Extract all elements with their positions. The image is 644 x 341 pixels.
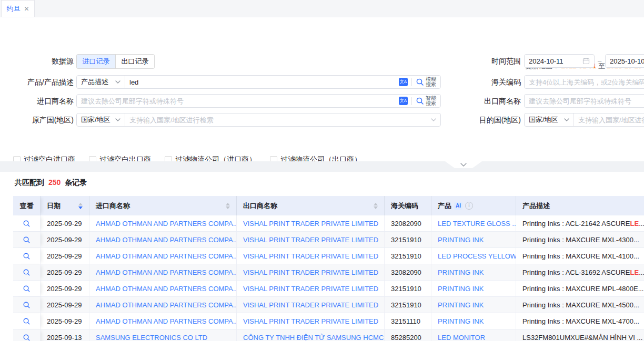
product-link[interactable]: PRINTING INK: [431, 281, 516, 296]
table-row: 2025-09-29 AHMAD OTHMAN AND PARTNERS COM…: [13, 313, 644, 329]
importer-link[interactable]: AHMAD OTHMAN AND PARTNERS COMPA...: [89, 264, 237, 280]
importer-link[interactable]: AHMAD OTHMAN AND PARTNERS COMPA...: [89, 297, 237, 313]
search-form: 更新范围： 2012-01-01 至 2025-10-10 数据源 进口记录 出…: [0, 17, 644, 161]
chevron-down-icon[interactable]: [431, 118, 436, 121]
exporter-link[interactable]: VISHAL PRINT TRADER PRIVATE LIMITED: [237, 232, 385, 247]
importer-label: 进口商名称: [0, 94, 74, 108]
view-search-icon[interactable]: [23, 268, 31, 276]
view-cell: [13, 232, 41, 247]
date-start-input[interactable]: 2024-10-11: [524, 54, 595, 68]
exporter-field: [524, 94, 644, 108]
destination-select-value: 国家/地区: [529, 115, 558, 125]
fuzzy-search-label-2: 搜索: [426, 81, 436, 87]
tab-label: 约旦: [6, 4, 20, 14]
sort-date-button[interactable]: [74, 203, 83, 209]
view-search-icon[interactable]: [23, 220, 31, 228]
hs-code-field: [524, 75, 644, 89]
calendar-icon: [582, 57, 590, 65]
description-cell: LS32FM801UMXUE#&MÀN HÌNH VI ...: [516, 329, 644, 341]
hs-code-cell: 85285200: [385, 329, 431, 341]
origin-country-select[interactable]: 国家/地区: [77, 113, 125, 126]
view-search-icon[interactable]: [23, 285, 31, 293]
product-input[interactable]: [125, 76, 399, 88]
product-link[interactable]: PRINTING INK: [431, 297, 516, 313]
hs-code-cell: 32151910: [385, 297, 431, 313]
importer-link[interactable]: SAMSUNG ELECTRONICS CO LTD: [89, 329, 237, 341]
product-type-value: 产品描述: [81, 77, 108, 87]
view-cell: [13, 215, 41, 231]
tab-import-records[interactable]: 进口记录: [77, 55, 115, 68]
exporter-link[interactable]: VISHAL PRINT TRADER PRIVATE LIMITED: [237, 264, 385, 280]
sort-importer-button[interactable]: [222, 203, 230, 209]
view-cell: [13, 264, 41, 280]
info-icon[interactable]: i: [465, 202, 473, 210]
importer-field: 文A 智能搜索: [76, 94, 441, 108]
search-icon: [416, 97, 424, 105]
view-search-icon[interactable]: [23, 334, 31, 341]
exporter-link[interactable]: CÔNG TY TNHH ĐIỆN TỬ SAMSUNG HCMC...: [237, 329, 385, 341]
destination-country-field: 国家/地区: [524, 113, 644, 127]
data-source-label: 数据源: [0, 54, 74, 68]
product-label: 产品/产品描述: [0, 75, 74, 89]
description-cell: Printing Inks : MAXCURE MXL-4300...: [516, 232, 644, 247]
product-type-select[interactable]: 产品描述: [77, 76, 125, 88]
exporter-input[interactable]: [525, 95, 644, 107]
chevron-down-icon: [564, 118, 569, 121]
view-search-icon[interactable]: [23, 317, 31, 325]
col-date: 日期: [41, 196, 89, 215]
date-cell: 2025-09-29: [41, 232, 89, 247]
product-link[interactable]: PRINTING INK: [431, 264, 516, 280]
origin-select-value: 国家/地区: [81, 115, 110, 125]
col-exporter: 出口商名称: [237, 196, 385, 215]
hs-code-cell: 32151910: [385, 232, 431, 247]
exporter-link[interactable]: VISHAL PRINT TRADER PRIVATE LIMITED: [237, 248, 385, 264]
exporter-link[interactable]: VISHAL PRINT TRADER PRIVATE LIMITED: [237, 297, 385, 313]
view-search-icon[interactable]: [23, 236, 31, 244]
product-link[interactable]: LED PROCESS YELLOW...: [431, 248, 516, 264]
importer-link[interactable]: AHMAD OTHMAN AND PARTNERS COMPA...: [89, 313, 237, 329]
tab-jordan[interactable]: 约旦 ✕: [1, 0, 35, 17]
date-end-value: 2025-10-10: [610, 57, 644, 65]
translate-icon[interactable]: 文A: [399, 97, 408, 105]
view-cell: [13, 329, 41, 341]
divider: [411, 78, 412, 86]
table-header: 查看 日期 进口商名称 出口商名称 海关编码 产品 AI i: [13, 196, 644, 215]
importer-link[interactable]: AHMAD OTHMAN AND PARTNERS COMPA...: [89, 248, 237, 264]
importer-link[interactable]: AHMAD OTHMAN AND PARTNERS COMPA...: [89, 232, 237, 247]
time-range-label: 时间范围: [447, 54, 521, 68]
translate-icon[interactable]: 文A: [399, 78, 408, 86]
close-icon[interactable]: ✕: [24, 5, 29, 13]
table-body: 2025-09-29 AHMAD OTHMAN AND PARTNERS COM…: [13, 215, 644, 341]
destination-country-input[interactable]: [574, 114, 644, 126]
hs-code-cell: 32082090: [385, 215, 431, 231]
date-cell: 2025-09-29: [41, 215, 89, 231]
date-cell: 2025-09-29: [41, 248, 89, 264]
importer-link[interactable]: AHMAD OTHMAN AND PARTNERS COMPA...: [89, 215, 237, 231]
fuzzy-search-button[interactable]: 模糊搜索: [416, 77, 440, 87]
view-search-icon[interactable]: [23, 252, 31, 260]
exporter-link[interactable]: VISHAL PRINT TRADER PRIVATE LIMITED: [237, 313, 385, 329]
col-description: 产品描述: [516, 196, 644, 215]
product-link[interactable]: LED MONITOR: [431, 329, 516, 341]
tab-export-records[interactable]: 出口记录: [115, 55, 154, 68]
product-link[interactable]: PRINTING INK: [431, 232, 516, 247]
hs-code-cell: 32082090: [385, 264, 431, 280]
hs-code-label: 海关编码: [447, 75, 521, 89]
date-start-value: 2024-10-11: [529, 57, 564, 65]
smart-search-button[interactable]: 智能搜索: [416, 96, 440, 106]
panel-gap: [0, 161, 644, 172]
importer-input[interactable]: [77, 95, 399, 107]
origin-country-input[interactable]: [125, 114, 431, 126]
hs-code-input[interactable]: [525, 76, 644, 88]
exporter-link[interactable]: VISHAL PRINT TRADER PRIVATE LIMITED: [237, 215, 385, 231]
search-icon: [416, 78, 424, 86]
date-end-input[interactable]: 2025-10-10: [605, 54, 644, 68]
product-link[interactable]: PRINTING INK: [431, 313, 516, 329]
destination-country-select[interactable]: 国家/地区: [525, 113, 574, 126]
product-link[interactable]: LED TEXTURE GLOSS ...: [431, 215, 516, 231]
sort-exporter-button[interactable]: [369, 203, 378, 209]
importer-link[interactable]: AHMAD OTHMAN AND PARTNERS COMPA...: [89, 281, 237, 296]
description-cell: Printing Inks : ACL-21642 ASCURE LE...: [516, 215, 644, 231]
view-search-icon[interactable]: [23, 301, 31, 309]
exporter-link[interactable]: VISHAL PRINT TRADER PRIVATE LIMITED: [237, 281, 385, 296]
